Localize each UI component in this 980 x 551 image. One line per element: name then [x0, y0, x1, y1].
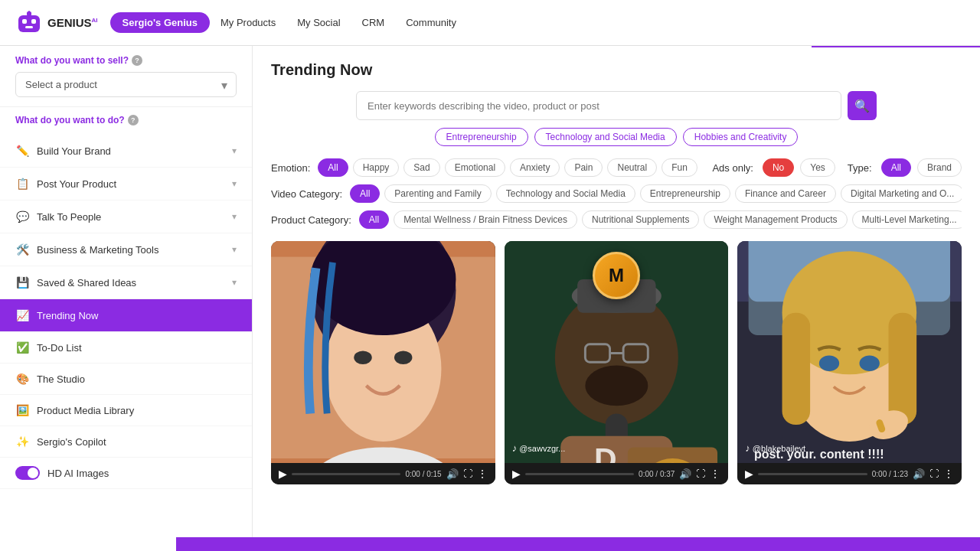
pc-mlm[interactable]: Multi-Level Marketing...	[852, 210, 962, 229]
svg-point-37	[860, 355, 880, 370]
tag-entrepreneurship[interactable]: Entrepreneurship	[435, 128, 528, 146]
pc-weight[interactable]: Weight Management Products	[704, 210, 847, 229]
hd-ai-images-toggle[interactable]	[15, 466, 40, 480]
video-category-filter-row: Video Category: All Parenting and Family…	[271, 184, 962, 203]
svg-rect-35	[889, 313, 917, 425]
progress-bar-2[interactable]	[525, 473, 634, 475]
ads-type-group: Ads only: No Yes Type: All Brand	[712, 158, 962, 177]
vc-digital[interactable]: Digital Marketing and O...	[841, 184, 962, 203]
sell-label: What do you want to sell? ?	[15, 55, 237, 66]
ads-label: Ads only:	[712, 162, 753, 174]
menu-item-business-tools[interactable]: 🛠️ Business & Marketing Tools ▾	[0, 233, 252, 266]
chat-icon: 💬	[15, 210, 29, 223]
svg-text:D: D	[594, 442, 617, 463]
chevron-icon-0: ▾	[232, 145, 237, 156]
svg-rect-1	[22, 19, 27, 24]
time-label-2: 0:00 / 0:37	[639, 470, 675, 478]
progress-bar-3[interactable]	[758, 473, 867, 475]
svg-point-11	[354, 351, 371, 365]
palette-icon: 🎨	[15, 372, 29, 386]
pc-all[interactable]: All	[359, 210, 389, 229]
ctrl-icons-3: 🔊 ⛶ ⋮	[913, 468, 954, 480]
pc-nutrition[interactable]: Nutritional Supplements	[582, 210, 699, 229]
volume-icon-3[interactable]: 🔊	[913, 468, 925, 480]
emotion-happy[interactable]: Happy	[353, 158, 400, 177]
emotion-all[interactable]: All	[318, 158, 348, 177]
chevron-icon-2: ▾	[232, 211, 237, 222]
hd-ai-images-toggle-row: HD AI Images	[0, 458, 252, 489]
sidebar-item-media-library[interactable]: 🖼️ Product Media Library	[0, 395, 252, 426]
nav-item-crm[interactable]: CRM	[351, 12, 396, 33]
sparkle-icon: ✨	[15, 435, 29, 448]
pc-mental[interactable]: Mental Wellness / Brain Fitness Devices	[394, 210, 577, 229]
emotion-filter-row: Emotion: All Happy Sad Emotional Anxiety…	[271, 158, 962, 177]
vc-entrepreneurship[interactable]: Entrepreneurship	[640, 184, 730, 203]
emotion-emotional[interactable]: Emotional	[445, 158, 505, 177]
clipboard-icon: 📋	[15, 177, 29, 191]
emotion-anxiety[interactable]: Anxiety	[510, 158, 560, 177]
play-button-3[interactable]: ▶	[745, 468, 753, 480]
check-icon: ✅	[15, 341, 29, 354]
play-button-1[interactable]: ▶	[279, 468, 287, 480]
video-controls-3: ▶ 0:00 / 1:23 🔊 ⛶ ⋮	[737, 463, 962, 484]
tools-icon: 🛠️	[15, 243, 29, 256]
sidebar-item-studio[interactable]: 🎨 The Studio	[0, 364, 252, 395]
menu-item-build-your-brand[interactable]: ✏️ Build Your Brand ▾	[0, 135, 252, 168]
search-input[interactable]	[356, 91, 841, 120]
product-select[interactable]: Select a product	[15, 72, 237, 97]
volume-icon-1[interactable]: 🔊	[446, 468, 459, 480]
ads-no[interactable]: No	[763, 158, 794, 177]
sidebar-item-trending-now[interactable]: 📈 Trending Now	[0, 299, 252, 332]
volume-icon-2[interactable]: 🔊	[679, 468, 691, 480]
sidebar-item-copilot[interactable]: ✨ Sergio's Copilot	[0, 426, 252, 458]
m-badge: M	[593, 252, 640, 299]
menu-item-talk-people[interactable]: 💬 Talk To People ▾	[0, 201, 252, 233]
sell-help-icon[interactable]: ?	[132, 55, 142, 66]
vc-all[interactable]: All	[350, 184, 380, 203]
tag-hobbies[interactable]: Hobbies and Creativity	[683, 128, 799, 146]
emotion-pain[interactable]: Pain	[564, 158, 603, 177]
image-icon: 🖼️	[15, 403, 29, 417]
search-button[interactable]: 🔍	[848, 91, 877, 120]
tag-tech-social[interactable]: Technology and Social Media	[534, 128, 677, 146]
more-icon-3[interactable]: ⋮	[943, 468, 954, 480]
sidebar-item-todo[interactable]: ✅ To-Do List	[0, 332, 252, 364]
video-controls-2: ▶ 0:00 / 0:37 🔊 ⛶ ⋮	[505, 463, 729, 484]
fullscreen-icon-2[interactable]: ⛶	[696, 468, 705, 479]
emotion-fun[interactable]: Fun	[662, 158, 697, 177]
nav-item-community[interactable]: Community	[395, 12, 467, 33]
chevron-icon-1: ▾	[232, 178, 237, 189]
logo-icon	[15, 9, 43, 37]
progress-bar-1[interactable]	[292, 473, 400, 475]
nav-bar: My ProductsMy SocialCRMCommunity	[210, 12, 467, 33]
svg-point-12	[394, 351, 412, 365]
nav-item-my-products[interactable]: My Products	[210, 12, 286, 33]
vc-tech[interactable]: Technology and Social Media	[496, 184, 635, 203]
video-card-1: ▶ 0:00 / 0:15 🔊 ⛶ ⋮	[271, 241, 495, 484]
sell-section: What do you want to sell? ? Select a pro…	[0, 46, 252, 107]
do-help-icon[interactable]: ?	[128, 115, 139, 126]
pen-icon: ✏️	[15, 144, 29, 158]
tiktok-logo-3: ♪	[745, 442, 750, 454]
type-all[interactable]: All	[881, 158, 911, 177]
vc-finance[interactable]: Finance and Career	[735, 184, 836, 203]
play-button-2[interactable]: ▶	[512, 468, 521, 480]
video-controls-1: ▶ 0:00 / 0:15 🔊 ⛶ ⋮	[271, 463, 495, 484]
ads-yes[interactable]: Yes	[800, 158, 835, 177]
do-section-label: What do you want to do? ?	[0, 107, 252, 135]
emotion-neutral[interactable]: Neutral	[607, 158, 657, 177]
vc-parenting[interactable]: Parenting and Family	[384, 184, 491, 203]
fullscreen-icon-3[interactable]: ⛶	[929, 468, 939, 479]
more-icon-1[interactable]: ⋮	[477, 468, 488, 480]
nav-active-pill[interactable]: Sergio's Genius	[110, 12, 210, 33]
type-brand[interactable]: Brand	[917, 158, 962, 177]
time-label-1: 0:00 / 0:15	[405, 470, 441, 478]
more-icon-2[interactable]: ⋮	[710, 468, 720, 480]
video-artwork-3: post. your. content !!!! I really need t…	[737, 241, 962, 463]
emotion-sad[interactable]: Sad	[403, 158, 439, 177]
menu-item-saved-ideas[interactable]: 💾 Saved & Shared Ideas ▾	[0, 266, 252, 299]
fullscreen-icon-1[interactable]: ⛶	[463, 468, 472, 479]
ctrl-icons-2: 🔊 ⛶ ⋮	[679, 468, 720, 480]
nav-item-my-social[interactable]: My Social	[286, 12, 351, 33]
menu-item-post-product[interactable]: 📋 Post Your Product ▾	[0, 168, 252, 201]
